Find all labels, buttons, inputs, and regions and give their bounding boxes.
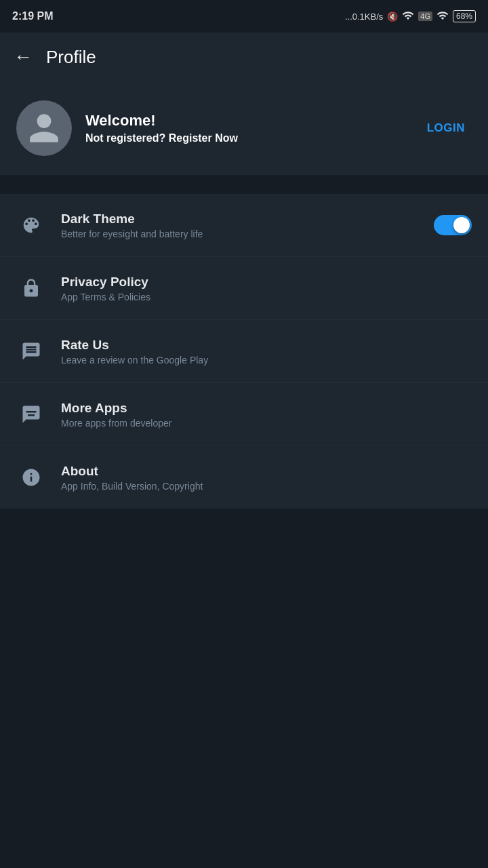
section-divider: [0, 183, 488, 194]
welcome-text: Welcome!: [85, 112, 238, 130]
profile-info: Welcome! Not registered? Register Now: [85, 112, 238, 144]
page-title: Profile: [46, 47, 96, 68]
palette-icon: [16, 210, 46, 240]
lte-badge: 4G: [418, 12, 432, 21]
register-link[interactable]: Register Now: [169, 132, 238, 144]
back-button[interactable]: ←: [14, 46, 33, 68]
app-bar: ← Profile: [0, 33, 488, 81]
status-bar: 2:19 PM ...0.1KB/s 🔇 4G 68%: [0, 0, 488, 33]
menu-item-rate-us[interactable]: Rate Us Leave a review on the Google Pla…: [0, 320, 488, 383]
more-apps-subtitle: More apps from developer: [61, 418, 472, 429]
dark-theme-subtitle: Better for eyesight and battery life: [61, 229, 419, 239]
privacy-policy-subtitle: App Terms & Policies: [61, 292, 472, 302]
toggle-track: [434, 215, 472, 235]
mute-icon: 🔇: [387, 12, 398, 22]
rate-us-title: Rate Us: [61, 338, 472, 353]
info-icon: [16, 462, 46, 492]
lock-icon: [16, 273, 46, 303]
login-button[interactable]: LOGIN: [420, 117, 472, 139]
wifi-icon: [436, 9, 449, 24]
dark-theme-text: Dark Theme Better for eyesight and batte…: [61, 212, 419, 239]
more-apps-text: More Apps More apps from developer: [61, 401, 472, 429]
network-speed: ...0.1KB/s: [345, 12, 383, 22]
status-time: 2:19 PM: [12, 10, 53, 22]
dark-theme-toggle[interactable]: [434, 215, 472, 235]
more-apps-title: More Apps: [61, 401, 472, 416]
signal-icon: [402, 9, 414, 24]
menu-item-about[interactable]: About App Info, Build Version, Copyright: [0, 446, 488, 509]
avatar: [16, 100, 72, 156]
toggle-thumb: [453, 217, 470, 233]
rate-us-text: Rate Us Leave a review on the Google Pla…: [61, 338, 472, 366]
about-text: About App Info, Build Version, Copyright: [61, 464, 472, 492]
rate-icon: [16, 336, 46, 366]
menu-section: Dark Theme Better for eyesight and batte…: [0, 194, 488, 509]
privacy-policy-text: Privacy Policy App Terms & Policies: [61, 275, 472, 302]
profile-left: Welcome! Not registered? Register Now: [16, 100, 238, 156]
rate-us-subtitle: Leave a review on the Google Play: [61, 355, 472, 366]
menu-item-privacy-policy[interactable]: Privacy Policy App Terms & Policies: [0, 257, 488, 320]
about-title: About: [61, 464, 472, 479]
privacy-policy-title: Privacy Policy: [61, 275, 472, 290]
menu-item-dark-theme[interactable]: Dark Theme Better for eyesight and batte…: [0, 194, 488, 257]
more-apps-icon: [16, 399, 46, 429]
main-content: Welcome! Not registered? Register Now LO…: [0, 81, 488, 509]
about-subtitle: App Info, Build Version, Copyright: [61, 481, 472, 492]
menu-item-more-apps[interactable]: More Apps More apps from developer: [0, 383, 488, 446]
battery-icon: 68%: [453, 10, 476, 22]
profile-section: Welcome! Not registered? Register Now LO…: [0, 81, 488, 175]
register-text: Not registered? Register Now: [85, 132, 238, 144]
dark-theme-title: Dark Theme: [61, 212, 419, 226]
status-icons: ...0.1KB/s 🔇 4G 68%: [345, 9, 476, 24]
